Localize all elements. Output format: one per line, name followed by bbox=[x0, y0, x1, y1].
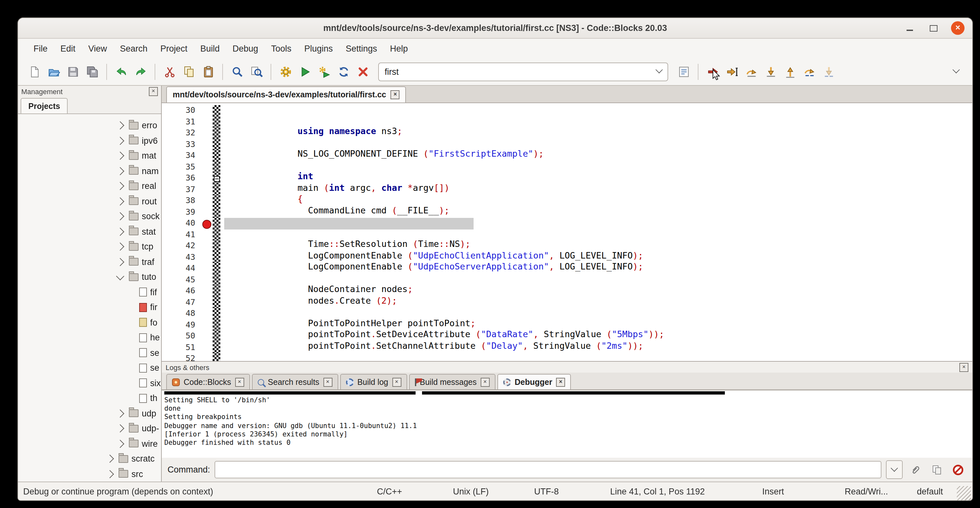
fold-margin[interactable] bbox=[213, 297, 220, 308]
tree-item[interactable]: udp- bbox=[18, 421, 161, 436]
line-number[interactable]: 52 bbox=[162, 353, 202, 361]
fold-margin[interactable] bbox=[213, 116, 220, 127]
run-to-cursor-button[interactable] bbox=[722, 62, 741, 81]
menu-item[interactable]: Edit bbox=[54, 41, 82, 56]
breakpoint-margin[interactable] bbox=[202, 218, 213, 229]
menu-item[interactable]: View bbox=[82, 41, 113, 56]
tree-expander-icon[interactable] bbox=[116, 272, 124, 280]
fold-margin[interactable] bbox=[213, 105, 220, 116]
code-line[interactable]: 41 LogComponentEnable ("UdpEchoClientApp… bbox=[162, 229, 972, 240]
line-number[interactable]: 49 bbox=[162, 319, 202, 331]
redo-button[interactable] bbox=[131, 62, 150, 81]
paste-button[interactable] bbox=[199, 62, 218, 81]
line-number[interactable]: 45 bbox=[162, 274, 202, 286]
fold-margin[interactable] bbox=[213, 252, 220, 263]
debug-continue-button[interactable] bbox=[703, 62, 722, 81]
tree-item[interactable]: rout bbox=[18, 194, 161, 209]
code-line[interactable]: 48 pointToPoint.SetDeviceAttribute ("Dat… bbox=[162, 308, 972, 319]
copy-log-button[interactable] bbox=[929, 461, 945, 478]
logs-tab[interactable]: Debugger × bbox=[497, 374, 571, 389]
code-editor[interactable]: 30 using namespace ns3; 31 bbox=[162, 103, 972, 361]
line-number[interactable]: 48 bbox=[162, 308, 202, 319]
cut-button[interactable] bbox=[160, 62, 179, 81]
breakpoint-margin[interactable] bbox=[202, 127, 213, 139]
tree-expander-icon[interactable] bbox=[116, 137, 124, 145]
undo-button[interactable] bbox=[111, 62, 131, 81]
code-line[interactable]: 47 PointToPointHelper pointToPoint; bbox=[162, 297, 972, 308]
editor-tab-close-button[interactable]: × bbox=[391, 90, 400, 99]
breakpoint-margin[interactable] bbox=[202, 229, 213, 240]
fold-margin[interactable] bbox=[213, 207, 220, 218]
fold-margin[interactable] bbox=[213, 173, 220, 184]
tree-expander-icon[interactable] bbox=[116, 152, 124, 160]
maximize-button[interactable] bbox=[927, 22, 940, 35]
debugger-log[interactable]: Setting SHELL to '/bin/sh'doneSetting br… bbox=[162, 390, 972, 458]
fold-margin[interactable] bbox=[213, 286, 220, 297]
fold-margin[interactable] bbox=[213, 127, 220, 139]
breakpoint-margin[interactable] bbox=[202, 286, 213, 297]
management-close-button[interactable]: × bbox=[149, 87, 158, 96]
breakpoint-margin[interactable] bbox=[202, 116, 213, 127]
tree-expander-icon[interactable] bbox=[116, 182, 124, 190]
toolbar-overflow-button[interactable] bbox=[947, 62, 966, 81]
breakpoint-margin[interactable] bbox=[202, 308, 213, 319]
build-target-combobox[interactable]: first bbox=[378, 62, 668, 81]
fold-margin[interactable] bbox=[213, 353, 220, 361]
line-number[interactable]: 30 bbox=[162, 105, 202, 116]
new-file-button[interactable] bbox=[24, 62, 44, 81]
tree-expander-icon[interactable] bbox=[116, 228, 124, 236]
code-line[interactable]: 46 bbox=[162, 286, 972, 297]
editor-tab-first-cc[interactable]: mnt/dev/tools/source/ns-3-dev/examples/t… bbox=[166, 86, 406, 102]
line-number[interactable]: 44 bbox=[162, 263, 202, 274]
tree-item[interactable]: six bbox=[18, 376, 161, 391]
menu-item[interactable]: File bbox=[27, 41, 54, 56]
tree-expander-icon[interactable] bbox=[116, 425, 124, 433]
tree-item[interactable]: nam bbox=[18, 163, 161, 178]
code-line[interactable]: 37 CommandLine cmd (__FILE__); bbox=[162, 184, 972, 195]
fold-margin[interactable] bbox=[213, 263, 220, 274]
title-bar[interactable]: mnt/dev/tools/source/ns-3-dev/examples/t… bbox=[18, 18, 972, 39]
stop-debugger-button[interactable] bbox=[950, 461, 966, 478]
save-all-button[interactable] bbox=[83, 62, 102, 81]
resize-grip[interactable] bbox=[957, 486, 971, 500]
tree-expander-icon[interactable] bbox=[116, 212, 124, 220]
code-line[interactable]: 39 bbox=[162, 207, 972, 218]
run-button[interactable] bbox=[295, 62, 314, 81]
tree-item[interactable]: fif bbox=[18, 285, 161, 300]
breakpoint-margin[interactable] bbox=[202, 240, 213, 252]
fold-margin[interactable] bbox=[213, 319, 220, 331]
code-line[interactable]: 49 pointToPoint.SetChannelAttribute ("De… bbox=[162, 319, 972, 331]
abort-button[interactable] bbox=[353, 62, 372, 81]
code-line[interactable]: 40 Time::SetResolution (Time::NS); bbox=[162, 218, 972, 229]
step-into-instruction-button[interactable] bbox=[819, 62, 838, 81]
tree-item[interactable]: fo bbox=[18, 315, 161, 330]
line-number[interactable]: 50 bbox=[162, 331, 202, 342]
step-into-button[interactable] bbox=[761, 62, 780, 81]
open-file-button[interactable] bbox=[44, 62, 63, 81]
line-number[interactable]: 41 bbox=[162, 229, 202, 240]
tree-item[interactable]: mat bbox=[18, 148, 161, 163]
tree-expander-icon[interactable] bbox=[116, 197, 124, 205]
command-input[interactable] bbox=[215, 461, 881, 478]
minimize-button[interactable] bbox=[903, 22, 916, 35]
breakpoint-margin[interactable] bbox=[202, 252, 213, 263]
tree-item[interactable]: udp bbox=[18, 406, 161, 421]
tree-item[interactable]: erro bbox=[18, 118, 161, 133]
tree-item[interactable]: stat bbox=[18, 224, 161, 239]
breakpoint-margin[interactable] bbox=[202, 342, 213, 353]
logs-close-button[interactable]: × bbox=[959, 363, 969, 372]
code-line[interactable]: 32 NS_LOG_COMPONENT_DEFINE ("FirstScript… bbox=[162, 127, 972, 139]
line-number[interactable]: 42 bbox=[162, 240, 202, 252]
fold-margin[interactable] bbox=[213, 229, 220, 240]
code-line[interactable]: 34 int bbox=[162, 150, 972, 161]
line-number[interactable]: 33 bbox=[162, 139, 202, 150]
line-number[interactable]: 51 bbox=[162, 342, 202, 353]
menu-item[interactable]: Tools bbox=[264, 41, 298, 56]
fold-margin[interactable] bbox=[213, 139, 220, 150]
breakpoint-margin[interactable] bbox=[202, 331, 213, 342]
fold-margin[interactable] bbox=[213, 150, 220, 161]
tree-expander-icon[interactable] bbox=[116, 243, 124, 251]
step-out-button[interactable] bbox=[780, 62, 800, 81]
tree-item[interactable]: he bbox=[18, 330, 161, 345]
tree-expander-icon[interactable] bbox=[116, 258, 124, 266]
